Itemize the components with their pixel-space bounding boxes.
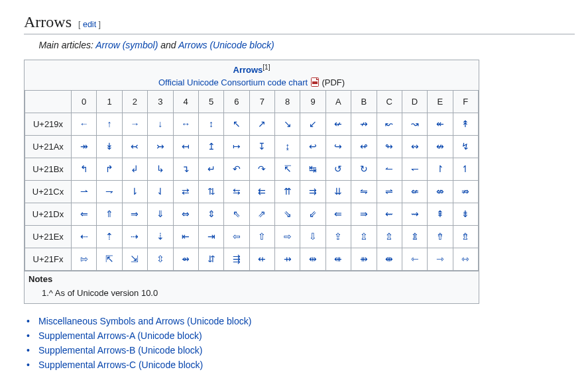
glyph-cell[interactable]: ↧ [249, 135, 274, 158]
glyph-cell[interactable]: ↿ [453, 158, 478, 180]
glyph-link[interactable]: ⇃ [156, 186, 164, 197]
glyph-cell[interactable]: ↵ [198, 158, 223, 180]
glyph-cell[interactable]: ⇘ [275, 203, 300, 225]
glyph-link[interactable]: ⇇ [258, 186, 266, 197]
glyph-link[interactable]: ⇦ [233, 231, 241, 242]
glyph-link[interactable]: ⇥ [207, 231, 215, 242]
glyph-link[interactable]: ⇷ [258, 254, 266, 264]
glyph-link[interactable]: ⇳ [156, 254, 164, 264]
glyph-cell[interactable]: ↼ [377, 158, 402, 180]
glyph-link[interactable]: ↗ [258, 119, 266, 129]
glyph-cell[interactable]: ⇄ [173, 180, 198, 203]
glyph-cell[interactable]: ⇹ [300, 248, 325, 270]
glyph-cell[interactable]: ⇸ [275, 248, 300, 270]
glyph-link[interactable]: ↱ [105, 164, 113, 174]
glyph-link[interactable]: ⇊ [334, 186, 342, 197]
glyph-cell[interactable]: ⇳ [148, 248, 173, 270]
glyph-cell[interactable]: ⇟ [453, 203, 478, 225]
glyph-link[interactable]: ↟ [461, 119, 469, 129]
glyph-link[interactable]: ⇟ [461, 209, 469, 219]
glyph-link[interactable]: ⇩ [309, 231, 317, 242]
glyph-cell[interactable]: ↮ [428, 135, 453, 158]
glyph-link[interactable]: ↽ [411, 164, 419, 174]
glyph-cell[interactable]: ↡ [97, 135, 122, 158]
glyph-cell[interactable]: ⇠ [72, 225, 97, 248]
glyph-cell[interactable]: ↢ [122, 135, 147, 158]
glyph-link[interactable]: ↣ [156, 141, 164, 152]
glyph-link[interactable]: ⇚ [334, 209, 342, 219]
glyph-cell[interactable]: ⇯ [453, 225, 478, 248]
glyph-link[interactable]: ⇽ [411, 254, 419, 264]
glyph-cell[interactable]: ↝ [402, 113, 427, 135]
glyph-cell[interactable]: ↕ [198, 113, 223, 135]
see-also-link[interactable]: Miscellaneous Symbols and Arrows (Unicod… [38, 316, 251, 326]
glyph-link[interactable]: ↬ [385, 141, 393, 152]
glyph-cell[interactable]: ⇥ [198, 225, 223, 248]
glyph-link[interactable]: ↺ [334, 164, 342, 174]
see-also-link[interactable]: Supplemental Arrows-B (Unicode block) [38, 345, 202, 356]
glyph-link[interactable]: ↝ [411, 119, 419, 129]
glyph-cell[interactable]: ⇵ [198, 248, 223, 270]
glyph-link[interactable]: ↪ [334, 141, 342, 152]
glyph-cell[interactable]: ⇞ [428, 203, 453, 225]
glyph-link[interactable]: ↘ [284, 119, 292, 129]
glyph-link[interactable]: ⇰ [80, 254, 88, 264]
glyph-link[interactable]: ⇪ [334, 231, 342, 242]
glyph-cell[interactable]: ↾ [428, 158, 453, 180]
glyph-link[interactable]: ↔ [181, 119, 190, 129]
glyph-link[interactable]: ⇨ [284, 231, 292, 242]
glyph-link[interactable]: ↞ [436, 119, 444, 129]
glyph-link[interactable]: ⇐ [80, 209, 88, 219]
glyph-link[interactable]: ↢ [131, 141, 139, 152]
glyph-cell[interactable]: ⇮ [428, 225, 453, 248]
glyph-cell[interactable]: ↥ [198, 135, 223, 158]
glyph-cell[interactable]: ⇙ [300, 203, 325, 225]
glyph-cell[interactable]: ⇴ [173, 248, 198, 270]
glyph-cell[interactable]: ⇊ [325, 180, 351, 203]
glyph-cell[interactable]: ⇍ [402, 180, 427, 203]
glyph-cell[interactable]: ⇗ [249, 203, 274, 225]
glyph-cell[interactable]: ⇝ [402, 203, 427, 225]
glyph-link[interactable]: ↮ [436, 141, 444, 152]
glyph-link[interactable]: ↡ [105, 141, 113, 152]
glyph-link[interactable]: ↚ [334, 119, 342, 129]
chart-subtitle-link[interactable]: Official Unicode Consortium code chart [158, 77, 308, 87]
glyph-link[interactable]: ↖ [233, 119, 241, 129]
glyph-link[interactable]: ↕ [209, 119, 213, 129]
glyph-link[interactable]: ⇛ [360, 209, 368, 219]
glyph-cell[interactable]: → [122, 113, 147, 135]
glyph-link[interactable]: ⇌ [385, 186, 393, 197]
glyph-link[interactable]: ⇂ [131, 186, 139, 197]
glyph-link[interactable]: ↼ [385, 164, 393, 174]
glyph-link[interactable]: ↴ [182, 164, 190, 174]
glyph-link[interactable]: ↵ [207, 164, 215, 174]
glyph-link[interactable]: ⇈ [284, 186, 292, 197]
glyph-cell[interactable]: ↫ [351, 135, 377, 158]
glyph-link[interactable]: ↶ [233, 164, 241, 174]
glyph-cell[interactable]: ⇷ [249, 248, 274, 270]
glyph-cell[interactable]: ↤ [173, 135, 198, 158]
glyph-cell[interactable]: ↦ [224, 135, 249, 158]
glyph-link[interactable]: → [130, 119, 139, 129]
glyph-link[interactable]: ⇠ [80, 231, 88, 242]
glyph-link[interactable]: ⇤ [182, 231, 190, 242]
glyph-link[interactable]: ⇁ [105, 186, 113, 197]
glyph-link[interactable]: ⇾ [436, 254, 444, 264]
glyph-link[interactable]: ⇴ [182, 254, 190, 264]
glyph-cell[interactable]: ⇶ [224, 248, 249, 270]
glyph-cell[interactable]: ⇀ [72, 180, 97, 203]
glyph-cell[interactable]: ⇡ [97, 225, 122, 248]
glyph-link[interactable]: ↜ [385, 119, 393, 129]
glyph-link[interactable]: ⇔ [182, 209, 190, 219]
glyph-link[interactable]: ⇼ [385, 254, 393, 264]
glyph-cell[interactable]: ⇓ [148, 203, 173, 225]
glyph-cell[interactable]: ↻ [351, 158, 377, 180]
glyph-link[interactable]: ↭ [411, 141, 419, 152]
glyph-cell[interactable]: ⇒ [122, 203, 147, 225]
glyph-cell[interactable]: ↺ [325, 158, 351, 180]
glyph-cell[interactable]: ⇰ [72, 248, 97, 270]
glyph-link[interactable]: ↠ [80, 141, 88, 152]
glyph-cell[interactable]: ⇽ [402, 248, 427, 270]
glyph-link[interactable]: ↾ [436, 164, 444, 174]
glyph-link[interactable]: ⇭ [411, 231, 419, 242]
